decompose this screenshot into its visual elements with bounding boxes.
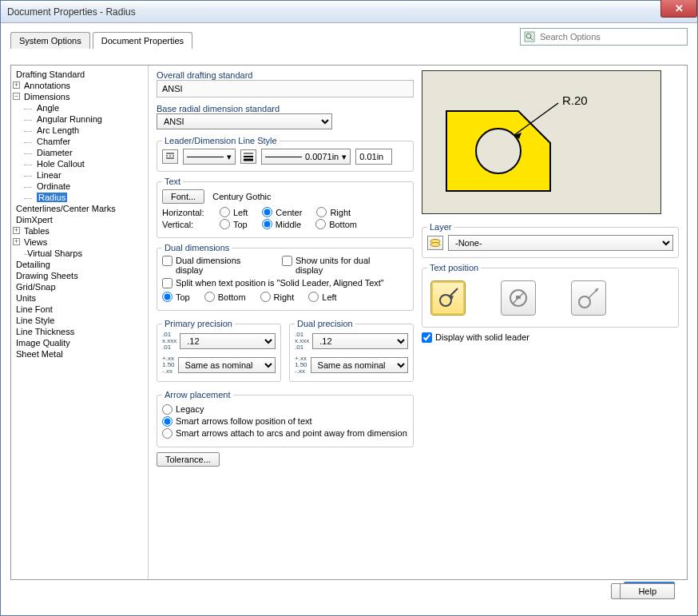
tree-units[interactable]: Units bbox=[13, 292, 146, 304]
tree-ordinate[interactable]: Ordinate bbox=[13, 181, 146, 192]
font-button[interactable]: Font... bbox=[162, 189, 204, 204]
tree-virtual-sharps[interactable]: Virtual Sharps bbox=[13, 248, 146, 259]
layer-legend: Layer bbox=[427, 222, 454, 232]
expand-icon[interactable]: + bbox=[13, 227, 20, 234]
svg-point-20 bbox=[579, 296, 590, 308]
dual-split-check[interactable]: Split when text position is "Solid Leade… bbox=[162, 278, 408, 288]
content-area: Overall drafting standard ANSI Base radi… bbox=[149, 66, 687, 579]
dual-tol-select[interactable]: Same as nominal bbox=[311, 357, 408, 373]
leader-gap-input[interactable] bbox=[355, 149, 392, 165]
tree-sheet-metal[interactable]: Sheet Metal bbox=[13, 348, 146, 360]
svg-point-9 bbox=[476, 129, 521, 173]
dual-precision-select[interactable]: .12 bbox=[312, 333, 408, 349]
search-icon bbox=[524, 31, 535, 42]
precision-icon: .01x.xxx.01 bbox=[162, 332, 176, 351]
tree-angular-running[interactable]: Angular Running bbox=[13, 113, 146, 125]
extension-line-icon[interactable] bbox=[162, 149, 178, 164]
tree-arc-length[interactable]: Arc Length bbox=[13, 125, 146, 136]
tree-chamfer[interactable]: Chamfer bbox=[13, 136, 146, 147]
v-bottom[interactable]: Bottom bbox=[315, 219, 357, 229]
dual-precision-legend: Dual precision bbox=[295, 319, 355, 328]
tree-dimensions[interactable]: −Dimensions bbox=[13, 91, 146, 102]
nav-tree[interactable]: Drafting Standard +Annotations −Dimensio… bbox=[11, 66, 149, 579]
arrow-smart-follow[interactable]: Smart arrows follow position of text bbox=[162, 416, 408, 427]
tree-tables[interactable]: +Tables bbox=[13, 225, 146, 236]
tree-line-thickness[interactable]: Line Thickness bbox=[13, 326, 146, 337]
tree-line-style[interactable]: Line Style bbox=[13, 315, 146, 326]
leader-style-group: Leader/Dimension Line Style ▾ 0.0071in ▾ bbox=[157, 136, 414, 172]
h-left[interactable]: Left bbox=[220, 207, 248, 217]
dual-top[interactable]: Top bbox=[162, 292, 190, 302]
tree-grid-snap[interactable]: Grid/Snap bbox=[13, 281, 146, 292]
tab-row: System Options Document Properties bbox=[10, 31, 688, 50]
primary-precision-select[interactable]: .12 bbox=[180, 333, 276, 349]
leader-style-legend: Leader/Dimension Line Style bbox=[162, 136, 280, 145]
arrow-placement-legend: Arrow placement bbox=[162, 390, 233, 399]
arrow-legacy[interactable]: Legacy bbox=[162, 404, 408, 415]
search-box[interactable] bbox=[520, 28, 688, 46]
tree-diameter[interactable]: Diameter bbox=[13, 147, 146, 158]
search-input[interactable] bbox=[538, 31, 684, 42]
collapse-icon[interactable]: − bbox=[13, 93, 20, 100]
tab-document-properties[interactable]: Document Properties bbox=[93, 32, 192, 49]
h-center[interactable]: Center bbox=[262, 207, 302, 217]
text-position-group: Text position bbox=[422, 263, 679, 328]
precision-icon: .01x.xxx.01 bbox=[295, 332, 309, 351]
svg-point-13 bbox=[430, 243, 440, 247]
dual-precision-group: Dual precision .01x.xxx.01 .12 +.xx1.50-… bbox=[289, 319, 414, 382]
tree-image-quality[interactable]: Image Quality bbox=[13, 337, 146, 348]
close-icon: ✕ bbox=[675, 2, 684, 14]
tolerance-icon: +.xx1.50-.xx bbox=[295, 356, 307, 375]
preview-callout: R.20 bbox=[562, 93, 588, 107]
primary-precision-group: Primary precision .01x.xxx.01 .12 +.xx1.… bbox=[157, 319, 281, 382]
tree-dimxpert[interactable]: DimXpert bbox=[13, 214, 146, 225]
v-top[interactable]: Top bbox=[220, 219, 248, 229]
base-standard-select[interactable]: ANSI bbox=[157, 113, 332, 129]
v-middle[interactable]: Middle bbox=[262, 219, 301, 229]
dual-display-check[interactable]: Dual dimensions display bbox=[162, 256, 258, 275]
dual-right[interactable]: Right bbox=[260, 292, 295, 302]
line-thickness-select[interactable]: 0.0071in ▾ bbox=[261, 149, 351, 165]
dual-show-units-check[interactable]: Show units for dual display bbox=[282, 256, 386, 275]
tolerance-icon: +.xx1.50-.xx bbox=[162, 356, 175, 375]
arrow-placement-group: Arrow placement Legacy Smart arrows foll… bbox=[157, 390, 414, 447]
tree-radius[interactable]: Radius bbox=[13, 192, 146, 203]
primary-tol-select[interactable]: Same as nominal bbox=[178, 357, 276, 373]
textpos-option-2[interactable] bbox=[501, 280, 536, 316]
tree-drafting-standard[interactable]: Drafting Standard bbox=[13, 69, 146, 80]
tree-detailing[interactable]: Detailing bbox=[13, 259, 146, 270]
text-position-legend: Text position bbox=[427, 263, 481, 272]
layer-select[interactable]: -None- bbox=[448, 235, 673, 251]
line-style-select[interactable]: ▾ bbox=[183, 149, 236, 165]
tolerance-button[interactable]: Tolerance... bbox=[157, 452, 220, 467]
tree-drawing-sheets[interactable]: Drawing Sheets bbox=[13, 270, 146, 281]
display-solid-leader-check[interactable]: Display with solid leader bbox=[422, 332, 679, 343]
tree-centerlines[interactable]: Centerlines/Center Marks bbox=[13, 203, 146, 214]
dialog-window: Document Properties - Radius ✕ System Op… bbox=[0, 0, 698, 616]
textpos-option-1[interactable] bbox=[430, 280, 466, 316]
tree-angle[interactable]: Angle bbox=[13, 102, 146, 113]
tree-views[interactable]: +Views bbox=[13, 236, 146, 248]
tree-hole-callout[interactable]: Hole Callout bbox=[13, 158, 146, 169]
tree-linear[interactable]: Linear bbox=[13, 169, 146, 181]
expand-icon[interactable]: + bbox=[13, 238, 20, 245]
layer-group: Layer -None- bbox=[422, 222, 679, 258]
help-button[interactable]: Help bbox=[620, 583, 675, 599]
svg-point-14 bbox=[440, 295, 451, 306]
svg-line-15 bbox=[450, 288, 458, 296]
svg-rect-19 bbox=[516, 296, 521, 299]
base-standard-label: Base radial dimension standard bbox=[157, 104, 414, 113]
close-button[interactable]: ✕ bbox=[660, 0, 697, 18]
text-group: Text Font... Century Gothic Horizontal: … bbox=[157, 177, 414, 238]
tree-annotations[interactable]: +Annotations bbox=[13, 80, 146, 91]
dual-bottom[interactable]: Bottom bbox=[204, 292, 246, 302]
line-weight-icon[interactable] bbox=[240, 149, 256, 164]
dialog-body: System Options Document Properties Draft… bbox=[1, 23, 697, 615]
expand-icon[interactable]: + bbox=[13, 81, 20, 89]
h-right[interactable]: Right bbox=[316, 207, 351, 217]
tab-system-options[interactable]: System Options bbox=[10, 32, 90, 49]
tree-line-font[interactable]: Line Font bbox=[13, 304, 146, 315]
textpos-option-3[interactable] bbox=[571, 280, 606, 316]
dual-left[interactable]: Left bbox=[308, 292, 336, 302]
arrow-smart-attach[interactable]: Smart arrows attach to arcs and point aw… bbox=[162, 428, 408, 439]
